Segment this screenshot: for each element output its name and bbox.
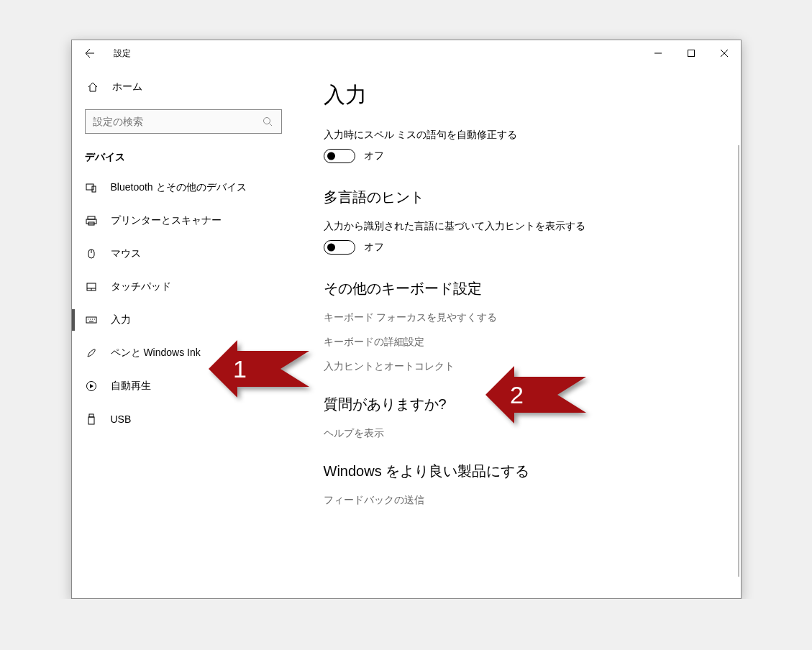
sidebar: ホーム デバイス Bluetooth とその他のデバイス プリンターとス — [72, 66, 295, 598]
scrollbar[interactable] — [738, 145, 739, 577]
pen-icon — [85, 347, 98, 360]
search-icon — [261, 115, 274, 128]
sidebar-item-touchpad[interactable]: タッチパッド — [72, 270, 295, 303]
devices-icon — [85, 181, 98, 194]
sidebar-item-printers[interactable]: プリンターとスキャナー — [72, 204, 295, 237]
sidebar-item-label: プリンターとスキャナー — [111, 214, 222, 227]
sidebar-item-typing[interactable]: 入力 — [72, 303, 295, 337]
svg-rect-1 — [688, 50, 694, 57]
autocorrect-state: オフ — [364, 150, 384, 162]
search-input[interactable] — [93, 116, 261, 127]
link-autocorrect[interactable]: 入力ヒントとオートコレクト — [324, 360, 712, 373]
usb-icon — [85, 413, 98, 426]
sidebar-item-label: 入力 — [111, 313, 131, 326]
svg-rect-8 — [88, 216, 95, 219]
multilang-state: オフ — [364, 241, 384, 254]
multilang-label: 入力から識別された言語に基づいて入力ヒントを表示する — [324, 220, 712, 233]
help-title: 質問がありますか? — [324, 395, 712, 414]
sidebar-item-autoplay[interactable]: 自動再生 — [72, 370, 295, 403]
link-advanced-keyboard[interactable]: キーボードの詳細設定 — [324, 336, 712, 349]
keyboard-icon — [85, 313, 98, 326]
search-box[interactable] — [85, 109, 282, 134]
back-icon[interactable] — [83, 47, 96, 60]
autoplay-icon — [85, 380, 98, 393]
multilang-title: 多言語のヒント — [324, 188, 712, 207]
page-title: 入力 — [324, 81, 712, 110]
titlebar: 設定 — [72, 40, 741, 66]
sidebar-item-label: 自動再生 — [111, 380, 151, 393]
sidebar-item-mouse[interactable]: マウス — [72, 237, 295, 270]
feedback-title: Windows をより良い製品にする — [324, 462, 712, 481]
sidebar-item-label: USB — [111, 413, 132, 425]
main-panel: 入力 入力時にスペル ミスの語句を自動修正する オフ 多言語のヒント 入力から識… — [295, 66, 741, 598]
svg-line-5 — [269, 124, 272, 127]
sidebar-item-label: マウス — [111, 247, 141, 260]
svg-point-4 — [263, 118, 270, 124]
autocorrect-label: 入力時にスペル ミスの語句を自動修正する — [324, 129, 712, 142]
autocorrect-toggle[interactable] — [324, 149, 355, 163]
touchpad-icon — [85, 280, 98, 293]
svg-rect-9 — [86, 219, 96, 224]
sidebar-home[interactable]: ホーム — [72, 73, 295, 101]
home-icon — [86, 81, 99, 93]
maximize-button[interactable] — [675, 42, 708, 65]
sidebar-category: デバイス — [72, 145, 295, 171]
svg-rect-24 — [88, 417, 94, 424]
minimize-button[interactable] — [642, 42, 675, 65]
settings-window: 設定 ホーム — [71, 40, 742, 599]
window-title: 設定 — [114, 47, 131, 60]
sidebar-home-label: ホーム — [112, 81, 142, 93]
sidebar-item-usb[interactable]: USB — [72, 403, 295, 436]
sidebar-item-pen[interactable]: ペンと Windows Ink — [72, 337, 295, 370]
printer-icon — [85, 214, 98, 227]
link-feedback[interactable]: フィードバックの送信 — [324, 494, 712, 507]
multilang-toggle[interactable] — [324, 240, 355, 255]
sidebar-item-label: Bluetooth とその他のデバイス — [111, 181, 247, 194]
close-button[interactable] — [708, 42, 741, 65]
sidebar-item-label: ペンと Windows Ink — [111, 347, 201, 360]
sidebar-item-label: タッチパッド — [111, 280, 171, 293]
svg-rect-16 — [86, 317, 96, 323]
svg-rect-23 — [89, 414, 93, 417]
mouse-icon — [85, 247, 98, 260]
other-title: その他のキーボード設定 — [324, 279, 712, 298]
link-focus[interactable]: キーボード フォーカスを見やすくする — [324, 311, 712, 324]
sidebar-item-bluetooth[interactable]: Bluetooth とその他のデバイス — [72, 171, 295, 204]
link-help[interactable]: ヘルプを表示 — [324, 427, 712, 440]
